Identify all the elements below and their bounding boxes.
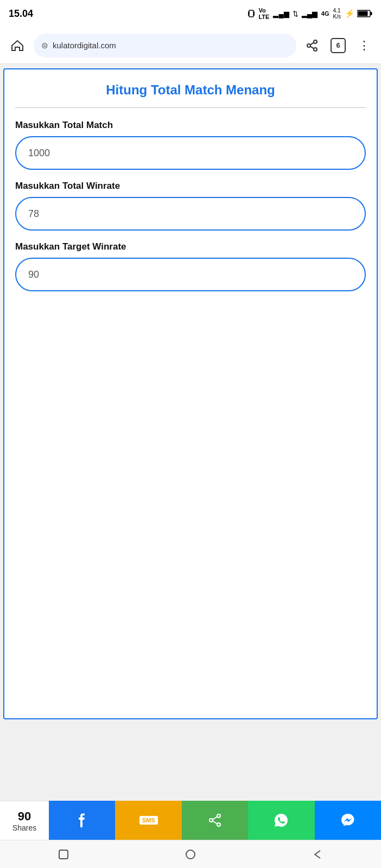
home-button[interactable] bbox=[7, 35, 28, 56]
field-3-label: Masukkan Target Winrate bbox=[15, 241, 366, 252]
facebook-share-button[interactable] bbox=[49, 801, 115, 840]
circle-icon bbox=[185, 848, 196, 860]
share-button[interactable] bbox=[302, 35, 322, 56]
generic-share-button[interactable] bbox=[182, 801, 248, 840]
svg-rect-0 bbox=[249, 10, 253, 17]
tabs-count: 6 bbox=[336, 41, 340, 49]
svg-line-10 bbox=[310, 46, 314, 48]
menu-dots-icon: ⋮ bbox=[358, 39, 371, 53]
sms-icon: SMS bbox=[139, 816, 158, 825]
network-4g-icon: 4G bbox=[321, 10, 329, 17]
share-bar: 90 Shares SMS bbox=[0, 801, 381, 840]
svg-point-11 bbox=[217, 814, 220, 818]
recent-apps-button[interactable] bbox=[50, 844, 77, 865]
svg-rect-1 bbox=[248, 11, 249, 16]
speed-icon: 4.1K/s bbox=[333, 8, 341, 20]
sms-share-button[interactable]: SMS bbox=[115, 801, 181, 840]
svg-point-12 bbox=[209, 819, 213, 822]
status-time: 15.04 bbox=[9, 8, 33, 20]
field-2-label: Masukkan Total Winrate bbox=[15, 181, 366, 192]
address-security-icon: ⊜ bbox=[41, 41, 48, 50]
svg-point-8 bbox=[314, 48, 317, 51]
charging-icon: ⚡ bbox=[345, 9, 355, 18]
android-nav-bar bbox=[0, 840, 381, 868]
page-content: Hitung Total Match Menang Masukkan Total… bbox=[3, 68, 378, 719]
share-icon bbox=[306, 39, 319, 52]
whatsapp-icon bbox=[273, 812, 289, 828]
svg-line-15 bbox=[213, 821, 217, 824]
address-text: kulatordigital.com bbox=[53, 41, 116, 50]
signal2-icon: ▂▄▆ bbox=[302, 10, 318, 18]
total-match-input[interactable] bbox=[15, 136, 366, 170]
svg-line-9 bbox=[310, 42, 314, 44]
svg-point-13 bbox=[217, 823, 220, 826]
messenger-share-button[interactable] bbox=[315, 801, 381, 840]
svg-rect-2 bbox=[254, 11, 255, 16]
field-3-group: Masukkan Target Winrate bbox=[15, 241, 366, 302]
shares-label: Shares bbox=[12, 824, 36, 832]
home-icon bbox=[10, 39, 24, 53]
svg-rect-4 bbox=[371, 12, 372, 15]
svg-point-7 bbox=[307, 44, 310, 47]
whatsapp-share-button[interactable] bbox=[248, 801, 314, 840]
calculator-title: Hitung Total Match Menang bbox=[15, 82, 366, 98]
svg-rect-16 bbox=[59, 850, 68, 859]
title-divider bbox=[15, 107, 366, 108]
messenger-icon bbox=[340, 812, 356, 828]
triangle-back-icon bbox=[312, 848, 323, 860]
address-bar[interactable]: ⊜ kulatordigital.com bbox=[34, 34, 296, 58]
signal-icon: ▂▄▆ bbox=[273, 10, 289, 18]
back-button[interactable] bbox=[304, 844, 331, 865]
status-icons: VoLTE ▂▄▆ ⇅ ▂▄▆ 4G 4.1K/s ⚡ bbox=[247, 7, 372, 20]
svg-line-14 bbox=[213, 817, 217, 820]
home-nav-button[interactable] bbox=[177, 844, 204, 865]
menu-button[interactable]: ⋮ bbox=[354, 35, 374, 56]
shares-count-box: 90 Shares bbox=[0, 801, 49, 840]
tabs-count-box: 6 bbox=[331, 38, 346, 53]
svg-point-17 bbox=[186, 850, 195, 859]
field-1-label: Masukkan Total Match bbox=[15, 120, 366, 131]
data-arrows-icon: ⇅ bbox=[293, 10, 299, 18]
shares-number: 90 bbox=[18, 809, 31, 824]
field-2-group: Masukkan Total Winrate bbox=[15, 181, 366, 241]
browser-nav: ⊜ kulatordigital.com 6 ⋮ bbox=[0, 27, 381, 64]
facebook-icon bbox=[74, 813, 90, 828]
generic-share-icon bbox=[208, 813, 222, 827]
total-winrate-input[interactable] bbox=[15, 197, 366, 231]
svg-point-6 bbox=[314, 40, 317, 43]
tabs-button[interactable]: 6 bbox=[328, 35, 348, 56]
field-1-group: Masukkan Total Match bbox=[15, 120, 366, 181]
square-icon bbox=[58, 848, 69, 860]
vibrate-icon bbox=[247, 9, 255, 18]
target-winrate-input[interactable] bbox=[15, 258, 366, 291]
battery-icon bbox=[357, 9, 372, 18]
svg-rect-5 bbox=[358, 11, 368, 16]
lte-icon: VoLTE bbox=[258, 7, 269, 20]
status-bar: 15.04 VoLTE ▂▄▆ ⇅ ▂▄▆ 4G 4.1K/s ⚡ bbox=[0, 0, 381, 27]
